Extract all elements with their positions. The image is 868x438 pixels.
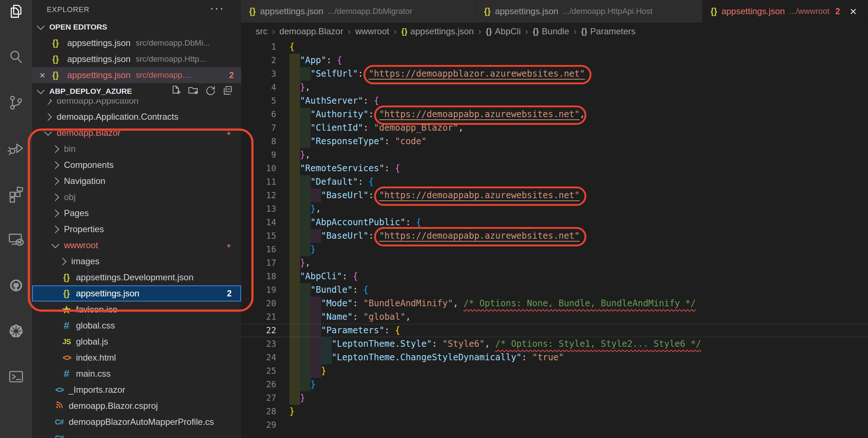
tree-item-label: Navigation — [64, 176, 105, 186]
code-token: : — [406, 217, 416, 227]
activitybar-item-explorer[interactable] — [0, 3, 32, 49]
code-line-29[interactable]: 29 — [241, 418, 868, 432]
url-link[interactable]: "https://demoappabp.azurewebsites.net" — [379, 190, 580, 200]
code-line-24[interactable]: 24 "LeptonTheme.ChangeStyleDynamically":… — [241, 351, 868, 364]
indent-rainbow-block — [289, 297, 300, 310]
breadcrumb[interactable]: src›demoapp.Blazor›wwwroot›{}appsettings… — [241, 23, 868, 40]
editor-tab-3[interactable]: {}appsettings.json.../wwwroot2× — [703, 0, 868, 23]
code-line-3[interactable]: 3 "SelfUrl": "https://demoappblazor.azur… — [241, 67, 868, 81]
tree-item-wwwroot[interactable]: wwwroot● — [32, 237, 241, 253]
breadcrumb-item-appsettings.json[interactable]: {}appsettings.json — [401, 26, 474, 36]
tree-item-navigation[interactable]: Navigation — [32, 173, 241, 189]
code-token: : — [369, 109, 379, 119]
code-line-14[interactable]: 14 "AbpAccountPublic": { — [241, 216, 868, 229]
code-line-2[interactable]: 2 "App": { — [241, 54, 868, 67]
url-link[interactable]: "https://demoappabp.azurewebsites.net" — [379, 109, 580, 119]
close-icon[interactable]: × — [850, 5, 857, 17]
code-line-18[interactable]: 18 "AbpCli": { — [241, 270, 868, 283]
problems-badge: 2 — [835, 7, 840, 16]
tab-directory: .../demoapp.HttpApi.Host — [563, 7, 652, 16]
open-editors-header[interactable]: OPEN EDITORS — [32, 19, 241, 35]
breadcrumb-item-demoapp.blazor[interactable]: demoapp.Blazor — [279, 26, 343, 36]
code-line-26[interactable]: 26 } — [241, 378, 868, 391]
tree-item-index-html[interactable]: <>index.html — [32, 350, 241, 366]
activitybar-item-extensions[interactable] — [0, 185, 32, 231]
workspace-section-header[interactable]: ABP_DEPLOY_AZURE — [32, 83, 241, 99]
activitybar-item-search[interactable] — [0, 49, 32, 94]
url-link[interactable]: "https://demoappblazor.azurewebsites.net… — [369, 69, 585, 79]
breadcrumb-item-src[interactable]: src — [256, 26, 267, 36]
tree-item-label: demoapp.Application.Contracts — [57, 112, 179, 122]
code-line-19[interactable]: 19 "Bundle": { — [241, 283, 868, 297]
code-line-7[interactable]: 7 "ClientId": "demoapp_Blazor", — [241, 121, 868, 135]
open-editor-item[interactable]: ×{}appsettings.jsonsrc/demoapp....2 — [32, 67, 241, 83]
code-line-16[interactable]: 16 } — [241, 243, 868, 256]
activitybar-item-terminal[interactable] — [0, 368, 32, 414]
indent-rainbow-block — [289, 121, 300, 135]
refresh-icon[interactable] — [205, 85, 216, 98]
tree-item-pages[interactable]: Pages — [32, 205, 241, 221]
line-number: 10 — [241, 162, 276, 175]
code-token: , — [406, 312, 411, 322]
code-line-1[interactable]: 1{ — [241, 40, 868, 54]
tree-item-main-css[interactable]: #main.css — [32, 366, 241, 382]
editor-tab-2[interactable]: {}appsettings.json.../demoapp.HttpApi.Ho… — [476, 0, 703, 23]
code-line-21[interactable]: 21 "Name": "global", — [241, 310, 868, 324]
tree-item-bin[interactable]: bin — [32, 141, 241, 157]
new-file-icon[interactable] — [170, 85, 182, 98]
tree-item-favicon-ico[interactable]: ★favicon.ico — [32, 301, 241, 318]
activitybar-item-remote-explorer[interactable] — [0, 231, 32, 277]
code-line-15[interactable]: 15 "BaseUrl": "https://demoappabp.azurew… — [241, 229, 868, 243]
tree-item-obj[interactable]: obj — [32, 189, 241, 205]
code-line-12[interactable]: 12 "BaseUrl": "https://demoappabp.azurew… — [241, 189, 868, 202]
collapse-all-icon[interactable] — [222, 85, 233, 98]
open-editor-item[interactable]: ×{}appsettings.jsonsrc/demoapp.DbMi... — [32, 35, 241, 51]
tree-item-appsettings-development-json[interactable]: {}appsettings.Development.json — [32, 269, 241, 285]
tree-item[interactable]: C# — [32, 430, 241, 438]
code-line-17[interactable]: 17 }, — [241, 256, 868, 270]
code-line-11[interactable]: 11 "Default": { — [241, 175, 868, 189]
code-line-10[interactable]: 10 "RemoteServices": { — [241, 162, 868, 175]
code-line-27[interactable]: 27 } — [241, 391, 868, 405]
tree-item-appsettings-json[interactable]: {}appsettings.json2 — [32, 285, 241, 301]
new-folder-icon[interactable] — [187, 85, 199, 98]
activitybar-item-kubernetes[interactable] — [0, 322, 32, 368]
tree-item-demoapp-blazor-csproj[interactable]: demoapp.Blazor.csproj — [32, 398, 241, 414]
activitybar-item-github[interactable] — [0, 277, 32, 322]
code-line-13[interactable]: 13 }, — [241, 202, 868, 216]
code-line-22[interactable]: 22 "Parameters": { — [241, 324, 868, 337]
activitybar-item-run-debug[interactable] — [0, 140, 32, 185]
tree-item-demoappblazorautomapperprofile-cs[interactable]: C#demoappBlazorAutoMapperProfile.cs — [32, 414, 241, 430]
code-line-9[interactable]: 9 }, — [241, 148, 868, 162]
more-actions-icon[interactable]: ··· — [210, 1, 224, 15]
tree-item-global-js[interactable]: JSglobal.js — [32, 334, 241, 350]
breadcrumb-item-wwwroot[interactable]: wwwroot — [355, 26, 389, 36]
indent-rainbow-block — [289, 67, 300, 81]
code-line-25[interactable]: 25 } — [241, 364, 868, 378]
code-line-6[interactable]: 6 "Authority": "https://demoappabp.azure… — [241, 108, 868, 121]
code-line-20[interactable]: 20 "Mode": "BundleAndMinify", /* Options… — [241, 297, 868, 310]
breadcrumb-item-parameters[interactable]: {}Parameters — [581, 26, 635, 36]
close-icon[interactable]: × — [36, 70, 49, 81]
url-link[interactable]: "https://demoappabp.azurewebsites.net" — [379, 231, 580, 241]
indent-rainbow-block — [300, 351, 311, 364]
activitybar-item-source-control[interactable] — [0, 94, 32, 140]
tree-item-components[interactable]: Components — [32, 157, 241, 173]
tree-item-demoapp-blazor[interactable]: demoapp.Blazor● — [32, 125, 241, 141]
tree-item-properties[interactable]: Properties — [32, 221, 241, 237]
editor-tab-1[interactable]: {}appsettings.json.../demoapp.DbMigrator — [241, 0, 476, 23]
code-line-28[interactable]: 28} — [241, 405, 868, 418]
breadcrumb-item-abpcli[interactable]: {}AbpCli — [486, 26, 521, 36]
open-editor-item[interactable]: ×{}appsettings.jsonsrc/demoapp.Http... — [32, 51, 241, 67]
tree-item-demoapp-application-contracts[interactable]: demoapp.Application.Contracts — [32, 109, 241, 125]
code-line-5[interactable]: 5 "AuthServer": { — [241, 94, 868, 108]
code-line-8[interactable]: 8 "ResponseType": "code" — [241, 135, 868, 148]
code-editor[interactable]: 1{2 "App": {3 "SelfUrl": "https://demoap… — [241, 40, 868, 438]
tree-item--imports-razor[interactable]: <>_Imports.razor — [32, 382, 241, 398]
tree-item-global-css[interactable]: #global.css — [32, 318, 241, 334]
code-line-4[interactable]: 4 }, — [241, 81, 868, 94]
tree-item-images[interactable]: images — [32, 253, 241, 269]
code-line-23[interactable]: 23 "LeptonTheme.Style": "Style6", /* Opt… — [241, 337, 868, 351]
breadcrumb-separator: › — [478, 26, 481, 37]
breadcrumb-item-bundle[interactable]: {}Bundle — [533, 26, 569, 36]
